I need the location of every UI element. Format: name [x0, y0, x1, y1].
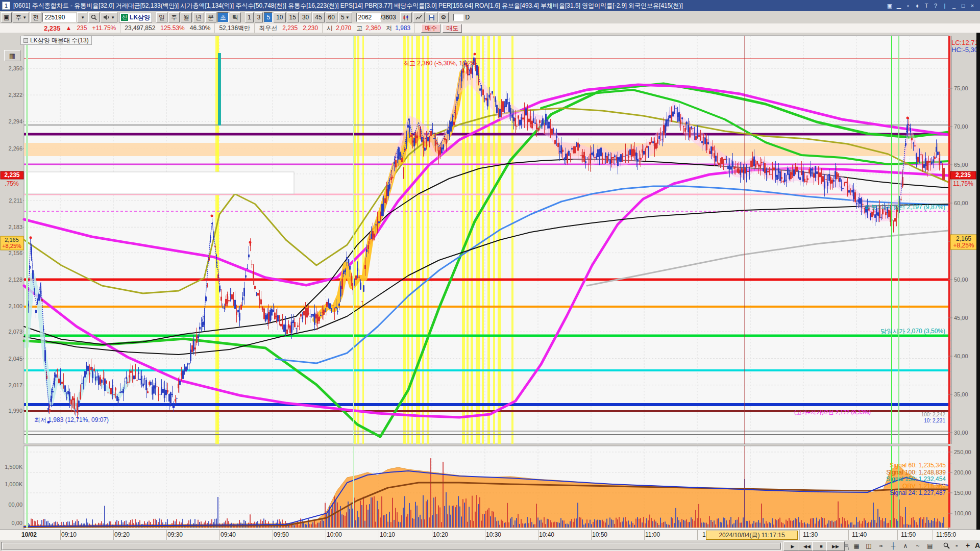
highlight-stripe: [357, 36, 359, 444]
candle-style-icon[interactable]: [400, 12, 412, 22]
highlight-stripe: [511, 36, 513, 444]
pin-icon[interactable]: ♦: [913, 3, 922, 9]
chart-indicator-label[interactable]: LK삼양 매물대 수(13): [20, 36, 92, 45]
chart-annotation: 최고 2,360 (-5,30%, 10:29): [403, 60, 476, 67]
minimize-icon[interactable]: _: [949, 3, 959, 9]
highlight-stripe: [476, 36, 480, 444]
tile-windows-icon[interactable]: ▦: [851, 541, 862, 550]
period-button-초[interactable]: 초: [217, 12, 229, 22]
period-buttons: 일주월년분초틱: [155, 12, 241, 22]
interval-button-15[interactable]: 15: [287, 12, 299, 22]
window-list-icon[interactable]: ▣: [1, 12, 12, 22]
open-price: 2,070: [336, 24, 351, 32]
volume-axis-label: 0,00: [12, 520, 22, 526]
time-label: 09:10: [61, 531, 77, 538]
price-axis-label: 2,017: [8, 382, 22, 388]
period-button-틱[interactable]: 틱: [230, 12, 241, 22]
volume-legend-entry: OBV: 1,218,369: [902, 483, 946, 490]
interval-button-60[interactable]: 60: [326, 12, 337, 22]
chart-area[interactable]: 2,3502,3222,2942,2662,2392,2112,1832,156…: [0, 33, 980, 530]
cascade-windows-icon[interactable]: ◫: [863, 541, 874, 550]
save-icon[interactable]: [426, 12, 437, 22]
time-axis-separator: [848, 530, 849, 540]
price-axis-label: 2,073: [8, 329, 22, 335]
current-price-box-left-text: 2,235: [4, 171, 19, 179]
time-label: 11:40: [852, 531, 867, 538]
chart-canvas[interactable]: 2,3502,3222,2942,2662,2392,2112,1832,156…: [0, 33, 980, 530]
d-label: D: [465, 14, 470, 21]
period-button-분[interactable]: 분: [205, 12, 216, 22]
settings-gear-icon[interactable]: ⚙: [438, 12, 449, 22]
separator: |: [940, 3, 949, 9]
interval-button-5[interactable]: 5: [264, 12, 273, 22]
percent-axis-label: 60,00: [954, 200, 968, 206]
highlight-stripe: [427, 36, 429, 444]
volume-axis-label: 1,000K: [5, 481, 23, 487]
high-label: 고: [356, 24, 362, 33]
grid-table-icon[interactable]: ▦: [4, 50, 20, 61]
freeline-icon[interactable]: ~: [912, 541, 923, 550]
magnifier-icon[interactable]: [941, 541, 952, 550]
zoom-out-button[interactable]: -: [955, 541, 958, 549]
copy-window-icon[interactable]: ▣: [885, 3, 894, 9]
line-style-icon[interactable]: [413, 12, 425, 22]
sell-button[interactable]: 매도: [443, 24, 462, 33]
help-icon[interactable]: ?: [931, 3, 940, 9]
period-button-년[interactable]: 년: [193, 12, 204, 22]
title-bar[interactable]: 1 [0601] 주식종합차트 - 유통비율[32.0] 거래대금[52,133…: [0, 0, 980, 11]
interval-button-30[interactable]: 30: [300, 12, 311, 22]
interval-select[interactable]: 5▼: [338, 12, 352, 22]
right-edge-strip: [976, 33, 980, 530]
crosshair-datetime-box: 2024/10/04(금) 11:17:15: [706, 531, 798, 540]
chart-annotation: 최저 1,983 (12,71%, 09:07): [34, 416, 109, 423]
search-icon[interactable]: [88, 12, 100, 22]
auto-scale-button[interactable]: A: [975, 541, 980, 549]
interval-button-45[interactable]: 45: [312, 12, 324, 22]
chart-grid-icon[interactable]: ▤: [924, 541, 936, 550]
time-axis: 10/0209:1009:2009:3009:4009:5010:0010:10…: [0, 530, 980, 540]
buy-button[interactable]: 매수: [421, 24, 440, 33]
extreme-marker: [474, 53, 476, 56]
crosshair-icon[interactable]: ┼: [888, 541, 899, 550]
price-axis-label: 2,294: [8, 118, 22, 124]
price-axis-label: 2,350: [8, 65, 22, 71]
zoom-in-button[interactable]: +: [966, 541, 970, 549]
period-button-주[interactable]: 주: [168, 12, 180, 22]
stock-type-dropdown[interactable]: 주▼: [13, 12, 29, 22]
time-label: 10:30: [486, 531, 501, 538]
percent-axis-label: 50,00: [954, 277, 968, 283]
close-icon[interactable]: ×: [968, 3, 977, 9]
d-checkbox[interactable]: [453, 14, 463, 21]
interval-button-3[interactable]: 3: [255, 12, 263, 22]
time-label: 10:10: [380, 531, 395, 538]
window-badge: 1: [2, 2, 10, 10]
volume-axis-label: 1,500K: [5, 464, 23, 470]
sound-alert-icon[interactable]: ▼: [101, 12, 117, 22]
horizontal-scrollbar[interactable]: [1, 542, 782, 550]
popout-icon[interactable]: ▫: [903, 3, 913, 9]
prev-stock-button[interactable]: 전: [30, 12, 41, 22]
time-label: 09:40: [220, 531, 236, 538]
time-label: 11:00: [645, 531, 660, 538]
restore-icon[interactable]: □: [959, 3, 968, 9]
current-change-right: 11,75%: [953, 180, 973, 187]
high-price: 2,360: [365, 24, 381, 32]
code-dropdown[interactable]: ▼: [77, 12, 87, 22]
font-icon[interactable]: T: [922, 3, 931, 9]
interval-button-1[interactable]: 1: [245, 12, 254, 22]
trendline-icon[interactable]: ∧: [900, 541, 911, 550]
stock-code-input[interactable]: [42, 13, 76, 22]
period-button-일[interactable]: 일: [156, 12, 167, 22]
shade-icon[interactable]: ▁: [894, 3, 903, 9]
interval-button-10[interactable]: 10: [274, 12, 285, 22]
stock-name-box[interactable]: 신 LK삼양: [119, 13, 152, 22]
fast-forward-icon[interactable]: ▶▶: [826, 541, 845, 551]
period-button-월[interactable]: 월: [181, 12, 192, 22]
time-label: 10:00: [327, 531, 342, 538]
time-axis-separator: [933, 530, 933, 540]
bar-count-input[interactable]: [356, 13, 381, 22]
low-price: 1,983: [395, 24, 410, 32]
wave-pattern-icon[interactable]: ≈: [875, 541, 887, 550]
time-axis-separator: [644, 530, 645, 540]
chart-toolbar: ▣ 주▼ 전 ▼ ▼ 신 LK삼양 일주월년분초틱 1351015304560 …: [0, 11, 980, 24]
